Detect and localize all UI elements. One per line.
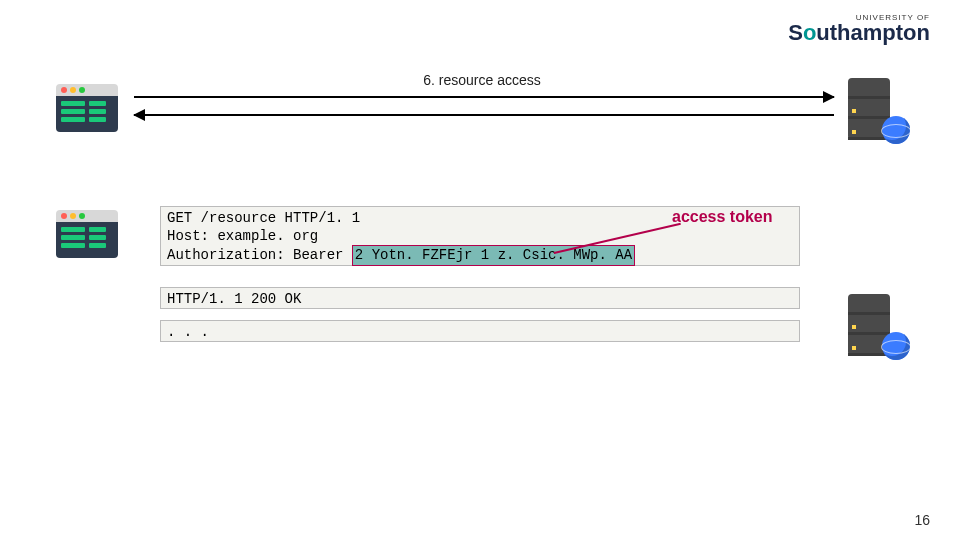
logo: UNIVERSITY OF Southampton — [788, 14, 930, 44]
server-icon-bottom — [848, 294, 904, 356]
arrow-left — [134, 114, 834, 116]
globe-icon — [882, 116, 910, 144]
arrowhead-right-icon — [823, 91, 835, 103]
http-response-body: . . . — [160, 320, 800, 342]
client-icon-top — [56, 84, 118, 132]
access-token-value: 2 Yotn. FZFEjr 1 z. Csic. MWp. AA — [352, 245, 635, 265]
page-number: 16 — [914, 512, 930, 528]
request-line1: GET /resource HTTP/1. 1 — [167, 210, 360, 226]
arrow-right — [134, 96, 834, 98]
http-response-status: HTTP/1. 1 200 OK — [160, 287, 800, 309]
access-token-annotation: access token — [672, 208, 773, 226]
step-label: 6. resource access — [392, 72, 572, 88]
client-icon-mid — [56, 210, 118, 258]
request-auth-prefix: Authorization: Bearer — [167, 247, 352, 263]
globe-icon — [882, 332, 910, 360]
request-line2: Host: example. org — [167, 228, 318, 244]
server-icon-top — [848, 78, 904, 140]
arrowhead-left-icon — [133, 109, 145, 121]
logo-main: Southampton — [788, 22, 930, 44]
